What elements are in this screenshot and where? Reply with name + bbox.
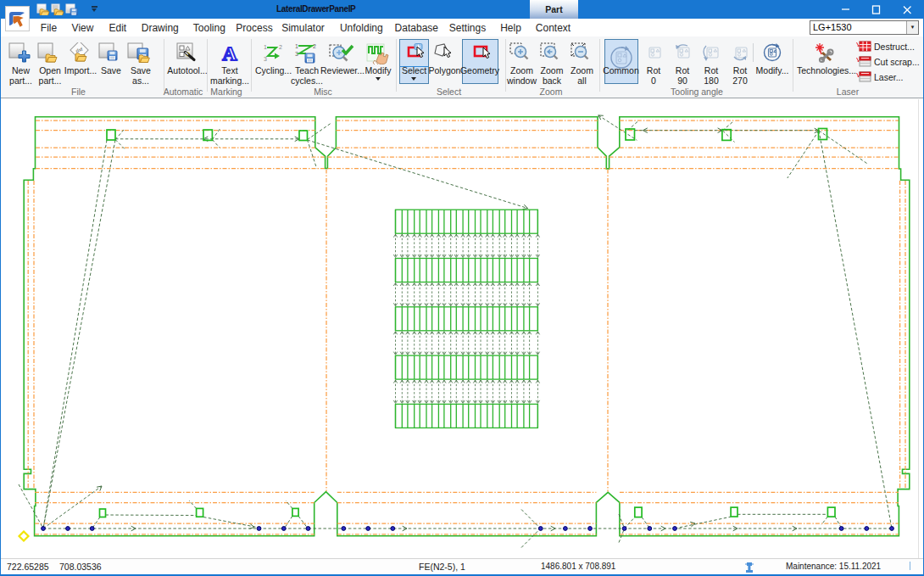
svg-text:1: 1 [295, 43, 298, 49]
svg-text:1: 1 [264, 44, 267, 50]
svg-text:3: 3 [264, 56, 267, 62]
svg-text:A: A [222, 42, 237, 64]
svg-text:2: 2 [313, 43, 316, 49]
svg-text:2: 2 [279, 44, 282, 50]
